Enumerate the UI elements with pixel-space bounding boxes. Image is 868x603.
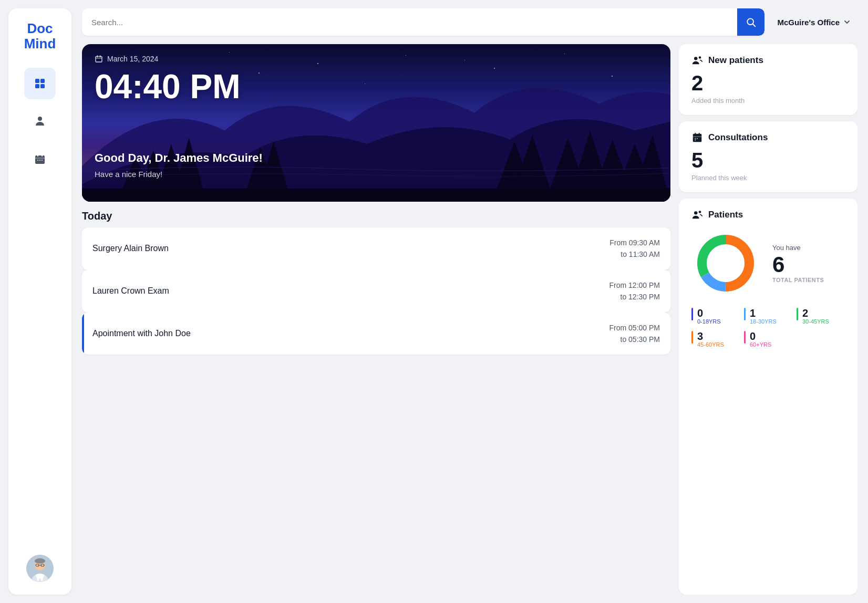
svg-point-47 (694, 211, 697, 214)
appointment-name: Apointment with John Doe (92, 329, 191, 338)
hero-time: 04:40 PM (95, 67, 240, 106)
appointment-name: Lauren Crown Exam (92, 286, 169, 296)
svg-rect-45 (697, 138, 698, 139)
age-bar (691, 331, 693, 344)
consultations-title: Consultations (708, 132, 768, 143)
svg-rect-1 (40, 79, 45, 83)
svg-rect-34 (96, 56, 102, 62)
svg-line-19 (753, 24, 756, 27)
hero-date-text: March 15, 2024 (107, 55, 158, 63)
sidebar-item-calendar[interactable] (24, 143, 56, 175)
appointment-item[interactable]: Lauren Crown Exam From 12:00 PMto 12:30 … (82, 270, 670, 313)
new-patients-count: 2 (691, 71, 845, 95)
you-have-label: You have (772, 244, 824, 252)
search-button[interactable] (737, 8, 764, 36)
svg-rect-9 (37, 160, 38, 161)
svg-rect-2 (35, 84, 39, 88)
logo: DocMind (24, 21, 56, 51)
content-area: March 15, 2024 04:40 PM Good Day, Dr. Ja… (82, 44, 857, 595)
new-patients-card: New patients 2 Added this month (679, 44, 857, 115)
today-title: Today (82, 210, 670, 222)
right-column: New patients 2 Added this month (679, 44, 857, 595)
age-bar (744, 308, 746, 320)
avatar-image (26, 555, 54, 582)
svg-rect-7 (42, 154, 43, 157)
consultations-count: 5 (691, 149, 845, 172)
new-patients-header: New patients (691, 55, 845, 66)
total-patients-label: TOTAL PATIENTS (772, 277, 824, 283)
user-menu-name: McGuire's Office (777, 18, 840, 27)
patients-icon (691, 209, 703, 221)
svg-point-39 (699, 56, 701, 59)
sidebar-item-dashboard[interactable] (24, 68, 56, 99)
patients-card-title: Patients (708, 210, 743, 220)
svg-rect-0 (35, 79, 39, 83)
appointment-name: Surgery Alain Brown (92, 244, 169, 253)
hero-date: March 15, 2024 (95, 55, 158, 63)
consultations-sub: Planned this week (691, 174, 845, 182)
appointment-item[interactable]: Apointment with John Doe From 05:00 PMto… (82, 313, 670, 355)
age-range: 18-30YRS (750, 318, 777, 325)
appointment-time: From 09:30 AMto 11:30 AM (609, 237, 660, 261)
age-count: 1 (750, 308, 777, 318)
donut-svg (691, 229, 760, 297)
patients-card: Patients (679, 199, 857, 595)
sidebar: DocMind (8, 8, 71, 595)
search-bar (82, 8, 764, 36)
main-content: McGuire's Office (71, 0, 868, 603)
age-bar (797, 308, 798, 320)
consultations-icon (691, 132, 703, 143)
header: McGuire's Office (82, 8, 857, 36)
svg-rect-11 (42, 160, 43, 161)
appointment-item[interactable]: Surgery Alain Brown From 09:30 AMto 11:3… (82, 227, 670, 270)
age-group-item: 0 60+YRS (744, 331, 792, 348)
svg-rect-33 (82, 189, 670, 202)
left-column: March 15, 2024 04:40 PM Good Day, Dr. Ja… (82, 44, 670, 595)
user-avatar[interactable] (26, 555, 54, 582)
age-group-info: 2 30-45YRS (802, 308, 829, 325)
new-patients-icon (691, 55, 703, 66)
age-group-info: 0 60+YRS (750, 331, 771, 348)
hero-card: March 15, 2024 04:40 PM Good Day, Dr. Ja… (82, 44, 670, 202)
age-group-item: 3 45-60YRS (691, 331, 740, 348)
age-group-info: 3 45-60YRS (697, 331, 724, 348)
svg-point-4 (38, 117, 42, 121)
svg-rect-40 (693, 134, 702, 142)
svg-point-52 (711, 249, 740, 277)
svg-rect-43 (693, 136, 702, 137)
svg-rect-42 (699, 133, 700, 135)
hero-subtitle: Have a nice Friday! (95, 170, 162, 179)
age-range: 60+YRS (750, 341, 771, 348)
age-range: 45-60YRS (697, 341, 724, 348)
age-count: 0 (750, 331, 771, 341)
appointment-time: From 12:00 PMto 12:30 PM (609, 279, 660, 303)
calendar-small-icon (95, 55, 103, 63)
age-range: 0-18YRS (697, 318, 721, 325)
age-bar (744, 331, 746, 344)
age-group-item: 0 0-18YRS (691, 308, 740, 325)
new-patients-sub: Added this month (691, 97, 845, 105)
search-input[interactable] (82, 11, 737, 34)
svg-rect-10 (39, 160, 40, 161)
age-count: 2 (802, 308, 829, 318)
user-menu[interactable]: McGuire's Office (771, 14, 857, 31)
svg-point-17 (35, 558, 45, 564)
age-group-info: 0 0-18YRS (697, 308, 721, 325)
new-patients-title: New patients (708, 55, 763, 66)
appointment-time: From 05:00 PMto 05:30 PM (609, 322, 660, 346)
consultations-card: Consultations 5 Planned this week (679, 121, 857, 192)
age-count: 0 (697, 308, 721, 318)
consultations-header: Consultations (691, 132, 845, 143)
total-patients-number: 6 (772, 254, 824, 276)
sidebar-item-patients[interactable] (24, 106, 56, 137)
chevron-down-icon (843, 18, 851, 26)
age-group-item: 1 18-30YRS (744, 308, 792, 325)
svg-rect-46 (695, 140, 696, 141)
donut-chart (691, 229, 760, 297)
age-bar (691, 308, 693, 320)
svg-rect-41 (695, 133, 696, 135)
age-group-info: 1 18-30YRS (750, 308, 777, 325)
age-group-item: 2 30-45YRS (797, 308, 845, 325)
today-section: Today Surgery Alain Brown From 09:30 AMt… (82, 210, 670, 355)
age-range: 30-45YRS (802, 318, 829, 325)
